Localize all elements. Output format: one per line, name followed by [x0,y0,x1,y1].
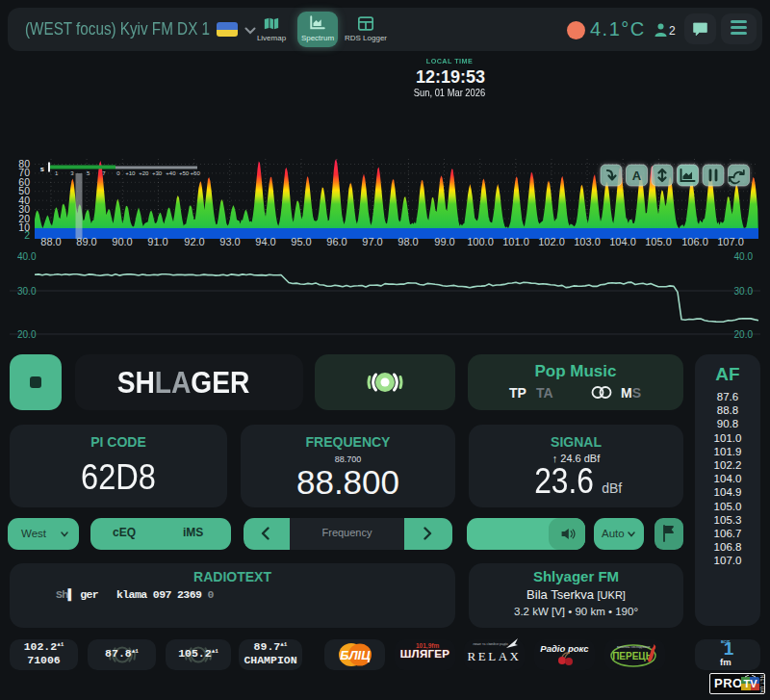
svg-text:+40: +40 [166,170,176,176]
svg-text:30.0: 30.0 [734,286,754,297]
svg-text:99.0: 99.0 [434,236,454,247]
svg-text:90.0: 90.0 [112,236,132,247]
svg-text:107.0: 107.0 [717,236,744,247]
svg-text:88.0: 88.0 [40,236,61,247]
svg-text:100.0: 100.0 [467,236,494,247]
svg-text:40.0: 40.0 [17,251,37,262]
svg-text:95.0: 95.0 [291,236,311,247]
svg-text:ПЕРЕЦЬ: ПЕРЕЦЬ [612,651,653,661]
svg-text:+60: +60 [191,170,201,176]
svg-text:104.0: 104.0 [609,236,636,247]
svg-text:2: 2 [24,229,30,241]
svg-text:96.0: 96.0 [326,236,346,247]
svg-text:TV: TV [743,678,757,689]
svg-text:5: 5 [87,170,90,176]
svg-text:+50: +50 [179,170,190,176]
svg-text:A: A [632,169,642,183]
svg-text:20.0: 20.0 [734,329,754,340]
svg-text:98.0: 98.0 [398,236,418,247]
svg-text:97.0: 97.0 [362,236,382,247]
svg-text:+10: +10 [125,170,136,176]
svg-text:20.0: 20.0 [17,329,37,340]
svg-text:102.0: 102.0 [538,236,565,247]
svg-text:101.0: 101.0 [502,236,529,247]
svg-text:106.0: 106.0 [681,236,708,247]
svg-text:+30: +30 [152,170,163,176]
svg-text:103.0: 103.0 [574,236,601,247]
svg-text:105.0: 105.0 [645,236,672,247]
svg-text:93.0: 93.0 [219,236,240,247]
svg-text:91.0: 91.0 [147,236,167,247]
svg-text:+20: +20 [139,170,149,176]
svg-text:94.0: 94.0 [255,236,275,247]
svg-text:40.0: 40.0 [734,251,754,262]
svg-text:запалює несподіване: запалює несподіване [617,645,651,649]
svg-text:БЛІЦ: БЛІЦ [340,648,371,662]
svg-text:7: 7 [102,170,106,176]
svg-text:92.0: 92.0 [184,236,204,247]
svg-text:s: s [40,165,44,173]
svg-text:30.0: 30.0 [17,286,37,297]
